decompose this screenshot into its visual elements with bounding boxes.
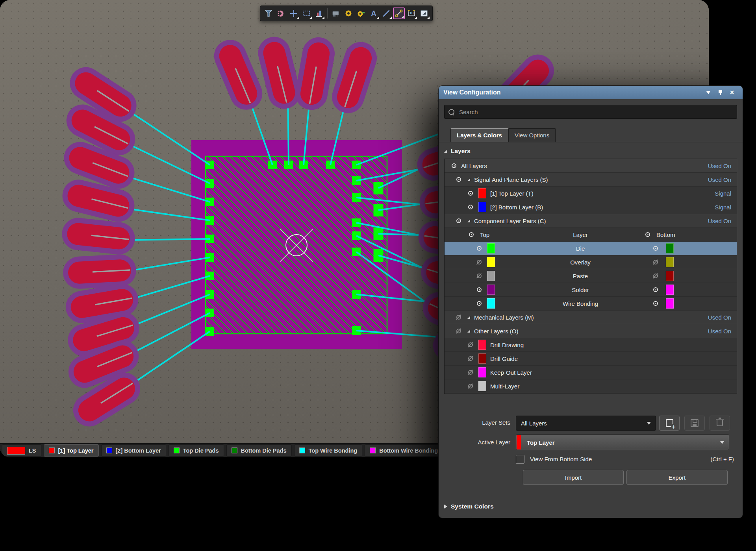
search-box[interactable] <box>444 105 737 119</box>
top-eye-icon[interactable] <box>476 273 482 279</box>
layer-row-component-layer-pairs-c-[interactable]: Component Layer Pairs (C)Used On <box>445 214 737 228</box>
export-button[interactable]: Export <box>626 470 728 485</box>
component-icon[interactable] <box>330 7 342 19</box>
bottom-color-swatch[interactable] <box>666 271 674 281</box>
color-swatch[interactable] <box>478 202 486 212</box>
bond-pad[interactable] <box>209 35 267 115</box>
layer-row-header[interactable]: TopLayerBottom <box>445 228 737 242</box>
top-color-swatch[interactable] <box>487 298 495 309</box>
color-swatch[interactable] <box>478 367 486 377</box>
layer-row-other-layers-o-[interactable]: Other Layers (O)Used On <box>445 324 737 338</box>
snap-magnet-icon[interactable] <box>275 7 287 19</box>
tree-expand-icon[interactable] <box>467 220 470 222</box>
bond-pad[interactable] <box>60 216 137 256</box>
bond-wire[interactable] <box>134 115 210 165</box>
color-swatch[interactable] <box>478 340 486 350</box>
dimension-icon[interactable]: 10 <box>406 7 417 19</box>
color-swatch[interactable] <box>478 353 486 364</box>
eye-hidden-icon[interactable] <box>467 355 474 362</box>
pin-icon[interactable] <box>714 87 726 98</box>
layer-row--2-bottom-layer-b-[interactable]: [2] Bottom Layer (B)Signal <box>445 200 737 214</box>
bond-wire[interactable] <box>288 108 289 165</box>
filter-funnel-icon[interactable] <box>263 7 274 19</box>
top-color-swatch[interactable] <box>487 243 495 253</box>
top-eye-icon[interactable] <box>468 231 474 238</box>
layer-row-all-layers[interactable]: All LayersUsed On <box>445 159 737 173</box>
chevron-down-icon[interactable] <box>702 87 714 98</box>
top-color-swatch[interactable] <box>487 271 495 281</box>
layer-tab--2-bottom-layer[interactable]: [2] Bottom Layer <box>101 444 166 457</box>
eye-visible-icon[interactable] <box>456 176 462 183</box>
crosshair-icon[interactable] <box>288 7 300 19</box>
pad-icon[interactable] <box>343 7 354 19</box>
bond-pad[interactable] <box>293 35 337 112</box>
eye-hidden-icon[interactable] <box>456 328 462 334</box>
bottom-eye-icon[interactable] <box>652 245 659 251</box>
layer-tab-bottom-die-pads[interactable]: Bottom Die Pads <box>226 444 292 457</box>
tree-expand-icon[interactable] <box>467 178 470 181</box>
bottom-color-swatch[interactable] <box>666 285 674 295</box>
eye-visible-icon[interactable] <box>456 218 462 224</box>
layer-row-wire-bonding[interactable]: Wire Bonding <box>445 297 737 311</box>
line-icon[interactable] <box>380 7 392 19</box>
layer-tab-ls[interactable]: LS <box>2 444 41 457</box>
top-color-swatch[interactable] <box>487 257 495 267</box>
measure-icon[interactable] <box>393 7 405 19</box>
bottom-color-swatch[interactable] <box>666 298 674 309</box>
bottom-eye-icon[interactable] <box>652 300 659 307</box>
board-shape-icon[interactable] <box>418 7 430 19</box>
text-icon[interactable]: A <box>368 7 380 19</box>
layer-row-solder[interactable]: Solder <box>445 283 737 297</box>
import-button[interactable]: Import <box>523 470 624 485</box>
tab-layers-colors[interactable]: Layers & Colors <box>450 128 508 142</box>
eye-visible-icon[interactable] <box>467 190 474 196</box>
view-from-bottom-checkbox[interactable] <box>516 455 524 464</box>
top-eye-icon[interactable] <box>476 300 482 307</box>
top-eye-icon[interactable] <box>476 259 482 265</box>
layer-row-multi-layer[interactable]: Multi-Layer <box>445 379 737 393</box>
layer-row-mechanical-layers-m-[interactable]: Mechanical Layers (M)Used On <box>445 311 737 324</box>
tree-expand-icon[interactable] <box>467 330 470 333</box>
tab-view-options[interactable]: View Options <box>508 128 556 142</box>
layer-tab-top-die-pads[interactable]: Top Die Pads <box>169 444 224 457</box>
bond-pad[interactable] <box>255 33 304 112</box>
align-icon[interactable] <box>313 7 325 19</box>
layer-row-keep-out-layer[interactable]: Keep-Out Layer <box>445 366 737 379</box>
eye-visible-icon[interactable] <box>467 204 474 210</box>
layer-row-die[interactable]: Die <box>445 242 737 255</box>
bottom-eye-icon[interactable] <box>652 259 659 265</box>
layer-row-drill-guide[interactable]: Drill Guide <box>445 352 737 366</box>
top-color-swatch[interactable] <box>487 285 495 295</box>
layer-row--1-top-layer-t-[interactable]: [1] Top Layer (T)Signal <box>445 187 737 200</box>
bond-pad[interactable] <box>328 38 381 117</box>
layer-row-drill-drawing[interactable]: Drill Drawing <box>445 338 737 352</box>
system-colors-section-header[interactable]: System Colors <box>444 503 494 510</box>
bottom-eye-icon[interactable] <box>652 287 659 293</box>
top-eye-icon[interactable] <box>476 245 482 251</box>
eye-hidden-icon[interactable] <box>456 314 462 320</box>
layer-tab-bottom-wire-bonding[interactable]: Bottom Wire Bonding <box>365 444 443 457</box>
bond-wire[interactable] <box>138 331 210 380</box>
layer-tab--1-top-layer[interactable]: [1] Top Layer <box>44 444 99 457</box>
active-layer-dropdown[interactable]: Top Layer <box>516 435 729 450</box>
delete-layer-set-button[interactable] <box>710 416 730 431</box>
bottom-color-swatch[interactable] <box>666 243 674 253</box>
layer-tab-top-wire-bonding[interactable]: Top Wire Bonding <box>294 444 363 457</box>
bond-wire[interactable] <box>135 239 210 240</box>
layer-row-signal-and-plane-layers-s-[interactable]: Signal And Plane Layers (S)Used On <box>445 173 737 187</box>
eye-hidden-icon[interactable] <box>467 383 474 389</box>
eye-hidden-icon[interactable] <box>467 369 474 375</box>
eye-visible-icon[interactable] <box>451 163 457 169</box>
new-layer-set-button[interactable] <box>659 416 680 431</box>
search-input[interactable] <box>458 108 733 116</box>
via-icon[interactable] <box>355 7 367 19</box>
close-icon[interactable] <box>726 87 738 98</box>
layers-section-header[interactable]: Layers <box>444 148 743 155</box>
bottom-eye-icon[interactable] <box>652 273 659 279</box>
save-layer-set-button[interactable] <box>684 416 705 431</box>
bottom-color-swatch[interactable] <box>666 257 674 267</box>
layer-row-overlay[interactable]: Overlay <box>445 255 737 269</box>
layer-row-paste[interactable]: Paste <box>445 269 737 283</box>
selection-rect-icon[interactable] <box>300 7 312 19</box>
color-swatch[interactable] <box>478 381 486 391</box>
